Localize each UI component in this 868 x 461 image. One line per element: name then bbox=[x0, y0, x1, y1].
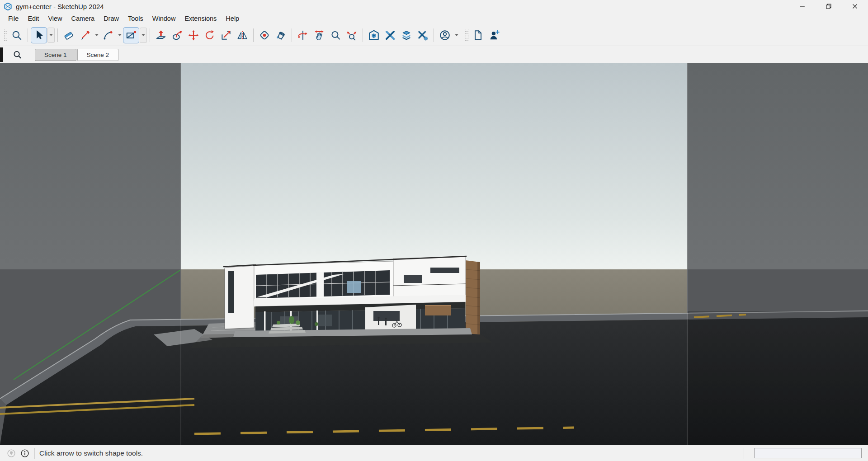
pan-icon bbox=[313, 29, 325, 41]
tab-label: Scene 1 bbox=[44, 52, 67, 58]
flip-tool-button[interactable] bbox=[234, 27, 250, 43]
3d-warehouse-icon bbox=[368, 29, 380, 41]
tab-scene-2[interactable]: Scene 2 bbox=[77, 49, 119, 61]
zoom-extents-tool-button[interactable] bbox=[344, 27, 360, 43]
extension-warehouse-icon bbox=[384, 29, 396, 41]
scene-search-icon[interactable] bbox=[9, 50, 25, 60]
account-button[interactable] bbox=[437, 27, 453, 43]
scene-tabs-row: Scene 1 Scene 2 bbox=[0, 46, 868, 63]
follow-me-icon bbox=[171, 29, 183, 41]
line-tool-button[interactable] bbox=[77, 27, 93, 43]
tab-label: Scene 2 bbox=[87, 52, 109, 58]
push-pull-icon bbox=[155, 29, 167, 41]
status-hint-text: Click arrow to switch shape tools. bbox=[39, 449, 143, 457]
layers-icon bbox=[401, 29, 412, 41]
window-title: gym+center - SketchUp 2024 bbox=[16, 3, 104, 10]
menu-window[interactable]: Window bbox=[148, 14, 180, 24]
menu-extensions[interactable]: Extensions bbox=[180, 14, 221, 24]
chevron-down-icon bbox=[49, 34, 53, 36]
rotate-tool-button[interactable] bbox=[202, 27, 218, 43]
extension-manager-button[interactable] bbox=[415, 27, 431, 43]
titlebar: gym+center - SketchUp 2024 bbox=[0, 0, 868, 13]
shapes-tool-button[interactable] bbox=[123, 27, 139, 43]
menu-tools[interactable]: Tools bbox=[123, 14, 148, 24]
line-icon bbox=[79, 29, 91, 41]
move-icon bbox=[188, 29, 199, 41]
statusbar-separator bbox=[744, 448, 744, 459]
3d-warehouse-button[interactable] bbox=[366, 27, 382, 43]
chevron-down-icon bbox=[455, 34, 458, 36]
sketchup-logo bbox=[4, 2, 12, 11]
info-icon[interactable] bbox=[18, 447, 32, 460]
select-dropdown[interactable] bbox=[47, 28, 55, 43]
add-person-icon bbox=[488, 29, 500, 41]
restore-icon bbox=[826, 4, 831, 9]
push-pull-tool-button[interactable] bbox=[153, 27, 169, 43]
menu-help[interactable]: Help bbox=[221, 14, 244, 24]
model-canvas bbox=[0, 63, 868, 445]
select-icon bbox=[33, 29, 45, 41]
arcs-dropdown[interactable] bbox=[116, 28, 123, 43]
extension-manager-icon bbox=[417, 29, 429, 41]
eraser-icon bbox=[63, 29, 75, 41]
statusbar: Click arrow to switch shape tools. bbox=[0, 445, 868, 461]
chevron-down-icon bbox=[142, 34, 145, 36]
toolbar-separator bbox=[292, 28, 292, 42]
move-tool-button[interactable] bbox=[185, 27, 202, 43]
toolbar-drag-handle[interactable] bbox=[3, 29, 7, 41]
follow-me-tool-button[interactable] bbox=[169, 27, 185, 43]
paint-bucket-tool-button[interactable] bbox=[273, 27, 289, 43]
main-toolbar bbox=[0, 24, 868, 46]
tab-scene-1[interactable]: Scene 1 bbox=[35, 49, 76, 61]
toolbar-separator bbox=[57, 28, 58, 42]
search-icon[interactable] bbox=[9, 27, 25, 43]
add-person-button[interactable] bbox=[486, 27, 502, 43]
flip-icon bbox=[236, 29, 248, 41]
zoom-tool-button[interactable] bbox=[327, 27, 344, 43]
toolbar-separator bbox=[28, 28, 28, 42]
menu-file[interactable]: File bbox=[4, 14, 23, 24]
toolbar-separator bbox=[363, 28, 363, 42]
pan-tool-button[interactable] bbox=[311, 27, 327, 43]
paint-bucket-icon bbox=[275, 29, 287, 41]
minimize-button[interactable] bbox=[789, 0, 816, 13]
new-document-button[interactable] bbox=[470, 27, 486, 43]
sky bbox=[181, 63, 687, 269]
shapes-dropdown[interactable] bbox=[140, 28, 147, 43]
geolocation-icon[interactable] bbox=[5, 447, 18, 460]
dock-handle[interactable] bbox=[0, 47, 3, 62]
menu-camera[interactable]: Camera bbox=[67, 14, 99, 24]
chevron-down-icon bbox=[118, 34, 122, 36]
menu-view[interactable]: View bbox=[43, 14, 66, 24]
close-button[interactable] bbox=[842, 0, 868, 13]
menu-draw[interactable]: Draw bbox=[99, 14, 123, 24]
titlebar-left: gym+center - SketchUp 2024 bbox=[0, 2, 789, 11]
select-tool-button[interactable] bbox=[31, 27, 47, 43]
scale-tool-button[interactable] bbox=[218, 27, 234, 43]
measurements-input[interactable] bbox=[754, 448, 862, 458]
arcs-tool-button[interactable] bbox=[100, 27, 116, 43]
toolbar-separator bbox=[150, 28, 150, 42]
extension-warehouse-button[interactable] bbox=[382, 27, 398, 43]
tape-measure-tool-button[interactable] bbox=[256, 27, 273, 43]
model-viewport[interactable] bbox=[0, 63, 868, 445]
restore-button[interactable] bbox=[816, 0, 842, 13]
minimize-icon bbox=[800, 4, 805, 9]
layers-button[interactable] bbox=[398, 27, 415, 43]
toolbar-drag-handle[interactable] bbox=[464, 29, 468, 41]
orbit-icon bbox=[297, 29, 309, 41]
account-icon bbox=[439, 29, 451, 41]
eraser-tool-button[interactable] bbox=[61, 27, 77, 43]
line-dropdown[interactable] bbox=[93, 28, 100, 43]
menubar: File Edit View Camera Draw Tools Window … bbox=[0, 13, 868, 24]
menu-edit[interactable]: Edit bbox=[23, 14, 43, 24]
orbit-tool-button[interactable] bbox=[295, 27, 311, 43]
toolbar-separator bbox=[253, 28, 254, 42]
scale-icon bbox=[220, 29, 232, 41]
building-model bbox=[223, 256, 480, 337]
sketchup-window: gym+center - SketchUp 2024 File Edit Vie… bbox=[0, 0, 868, 461]
new-document-icon bbox=[472, 29, 484, 41]
account-dropdown[interactable] bbox=[453, 28, 460, 43]
chevron-down-icon bbox=[95, 34, 99, 36]
shapes-icon bbox=[125, 29, 137, 41]
